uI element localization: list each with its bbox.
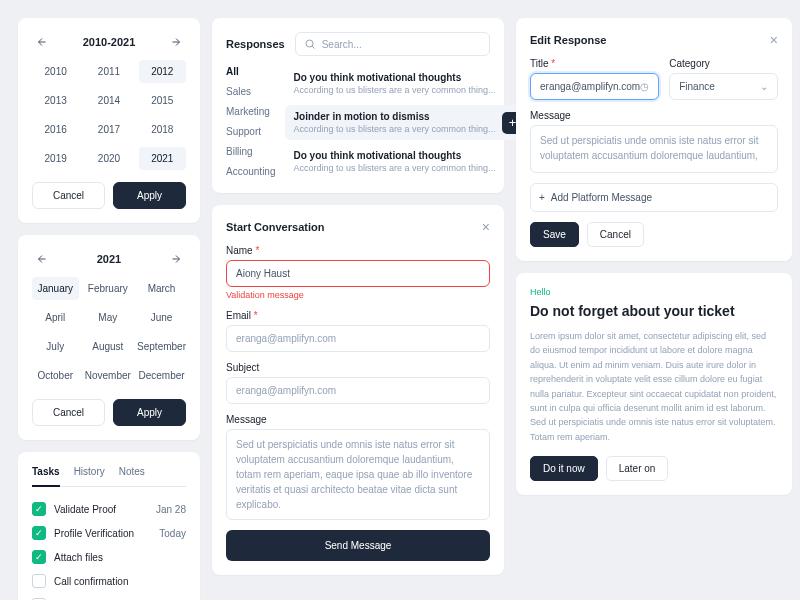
next-icon[interactable] bbox=[166, 32, 186, 52]
year-cell[interactable]: 2016 bbox=[32, 118, 79, 141]
month-cell[interactable]: May bbox=[85, 306, 132, 329]
response-item[interactable]: Joinder in motion to dismissAccording to… bbox=[285, 105, 531, 140]
month-cell[interactable]: December bbox=[137, 364, 186, 387]
month-cell[interactable]: November bbox=[85, 364, 132, 387]
svg-point-0 bbox=[306, 40, 313, 47]
checkbox[interactable]: ✓ bbox=[32, 550, 46, 564]
year-cell[interactable]: 2014 bbox=[85, 89, 132, 112]
send-message-button[interactable]: Send Message bbox=[226, 530, 490, 561]
year-cell[interactable]: 2010 bbox=[32, 60, 79, 83]
year-cell[interactable]: 2015 bbox=[139, 89, 186, 112]
year-picker: 2010-2021 201020112012201320142015201620… bbox=[18, 18, 200, 223]
category-support[interactable]: Support bbox=[226, 126, 275, 137]
tab-notes[interactable]: Notes bbox=[119, 466, 145, 486]
year-cell[interactable]: 2018 bbox=[139, 118, 186, 141]
task-row: ✓Validate ProofJan 28 bbox=[32, 497, 186, 521]
email-input[interactable]: eranga@amplifyn.com bbox=[226, 325, 490, 352]
category-all[interactable]: All bbox=[226, 66, 275, 77]
task-row: ✓Profile VerificationToday bbox=[32, 521, 186, 545]
response-item[interactable]: Do you think motivational thoughtsAccord… bbox=[285, 144, 531, 179]
response-title: Do you think motivational thoughts bbox=[293, 150, 523, 161]
response-title: Joinder in motion to dismiss bbox=[293, 111, 495, 122]
tab-tasks[interactable]: Tasks bbox=[32, 466, 60, 487]
close-icon[interactable]: × bbox=[770, 32, 778, 48]
search-input[interactable]: Search... bbox=[295, 32, 490, 56]
add-platform-message-button[interactable]: +Add Platform Message bbox=[530, 183, 778, 212]
responses-title: Responses bbox=[226, 38, 285, 50]
name-input[interactable]: Aiony Haust bbox=[226, 260, 490, 287]
ticket-body: Lorem ipsum dolor sit amet, consectetur … bbox=[530, 329, 778, 444]
title-label: Title * bbox=[530, 58, 659, 69]
form-title: Edit Response bbox=[530, 34, 606, 46]
responses-panel: Responses Search... AllSalesMarketingSup… bbox=[212, 18, 504, 193]
month-cell[interactable]: June bbox=[137, 306, 186, 329]
apply-button[interactable]: Apply bbox=[113, 399, 186, 426]
month-cell[interactable]: April bbox=[32, 306, 79, 329]
month-cell[interactable]: October bbox=[32, 364, 79, 387]
task-row: Product Verification bbox=[32, 593, 186, 600]
month-cell[interactable]: February bbox=[85, 277, 132, 300]
message-textarea[interactable]: Sed ut perspiciatis unde omnis iste natu… bbox=[530, 125, 778, 173]
response-title: Do you think motivational thoughts bbox=[293, 72, 523, 83]
message-label: Message bbox=[530, 110, 778, 121]
chevron-down-icon: ⌄ bbox=[760, 81, 768, 92]
cancel-button[interactable]: Cancel bbox=[587, 222, 644, 247]
clock-icon: ◷ bbox=[640, 81, 649, 92]
cancel-button[interactable]: Cancel bbox=[32, 399, 105, 426]
message-textarea[interactable]: Sed ut perspiciatis unde omnis iste natu… bbox=[226, 429, 490, 520]
category-marketing[interactable]: Marketing bbox=[226, 106, 275, 117]
prev-icon[interactable] bbox=[32, 32, 52, 52]
edit-response-form: Edit Response × Title * eranga@amplifyn.… bbox=[516, 18, 792, 261]
do-it-now-button[interactable]: Do it now bbox=[530, 456, 598, 481]
close-icon[interactable]: × bbox=[482, 219, 490, 235]
subject-input[interactable]: eranga@amplifyn.com bbox=[226, 377, 490, 404]
category-billing[interactable]: Billing bbox=[226, 146, 275, 157]
validation-message: Validation message bbox=[226, 290, 490, 300]
year-cell[interactable]: 2013 bbox=[32, 89, 79, 112]
year-cell[interactable]: 2017 bbox=[85, 118, 132, 141]
ticket-reminder: Hello Do not forget about your ticket Lo… bbox=[516, 273, 792, 495]
checkbox[interactable]: ✓ bbox=[32, 526, 46, 540]
task-label: Attach files bbox=[54, 552, 103, 563]
year-cell[interactable]: 2012 bbox=[139, 60, 186, 83]
task-label: Call confirmation bbox=[54, 576, 128, 587]
checkbox[interactable]: ✓ bbox=[32, 502, 46, 516]
response-item[interactable]: Do you think motivational thoughtsAccord… bbox=[285, 66, 531, 101]
form-title: Start Conversation bbox=[226, 221, 324, 233]
task-label: Profile Verification bbox=[54, 528, 134, 539]
month-cell[interactable]: July bbox=[32, 335, 79, 358]
task-row: ✓Attach files bbox=[32, 545, 186, 569]
month-cell[interactable]: March bbox=[137, 277, 186, 300]
year-cell[interactable]: 2011 bbox=[85, 60, 132, 83]
search-icon bbox=[304, 38, 316, 50]
response-sub: According to us blisters are a very comm… bbox=[293, 85, 523, 95]
task-label: Validate Proof bbox=[54, 504, 116, 515]
task-date: Jan 28 bbox=[156, 504, 186, 515]
apply-button[interactable]: Apply bbox=[113, 182, 186, 209]
prev-icon[interactable] bbox=[32, 249, 52, 269]
month-cell[interactable]: August bbox=[85, 335, 132, 358]
year-cell[interactable]: 2021 bbox=[139, 147, 186, 170]
save-button[interactable]: Save bbox=[530, 222, 579, 247]
response-sub: According to us blisters are a very comm… bbox=[293, 124, 495, 134]
name-label: Name * bbox=[226, 245, 490, 256]
year-cell[interactable]: 2020 bbox=[85, 147, 132, 170]
task-row: Call confirmation bbox=[32, 569, 186, 593]
later-button[interactable]: Later on bbox=[606, 456, 669, 481]
month-cell[interactable]: January bbox=[32, 277, 79, 300]
year-range: 2010-2021 bbox=[83, 36, 136, 48]
plus-icon: + bbox=[539, 192, 545, 203]
checkbox[interactable] bbox=[32, 574, 46, 588]
start-conversation-form: Start Conversation × Name * Aiony Haust … bbox=[212, 205, 504, 575]
year-cell[interactable]: 2019 bbox=[32, 147, 79, 170]
category-sales[interactable]: Sales bbox=[226, 86, 275, 97]
month-picker: 2021 JanuaryFebruaryMarchAprilMayJuneJul… bbox=[18, 235, 200, 440]
category-accounting[interactable]: Accounting bbox=[226, 166, 275, 177]
next-icon[interactable] bbox=[166, 249, 186, 269]
cancel-button[interactable]: Cancel bbox=[32, 182, 105, 209]
category-select[interactable]: Finance⌄ bbox=[669, 73, 778, 100]
category-label: Category bbox=[669, 58, 778, 69]
month-cell[interactable]: September bbox=[137, 335, 186, 358]
tab-history[interactable]: History bbox=[74, 466, 105, 486]
title-input[interactable]: eranga@amplifyn.com◷ bbox=[530, 73, 659, 100]
